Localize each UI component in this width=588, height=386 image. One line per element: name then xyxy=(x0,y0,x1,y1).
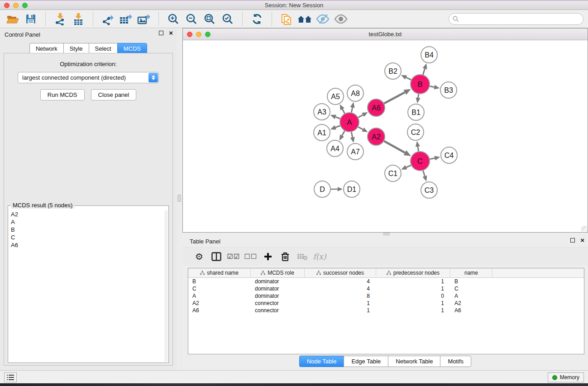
column-header-predecessor-nodes[interactable]: predecessor nodes xyxy=(376,268,450,277)
table-row[interactable]: Bdominator41B xyxy=(188,278,584,285)
delete-table-button[interactable] xyxy=(294,250,311,263)
table-cell[interactable]: 1 xyxy=(376,300,450,307)
export-table-button[interactable] xyxy=(117,11,135,27)
edge-A-A7[interactable] xyxy=(351,132,352,138)
table-cell[interactable]: C xyxy=(188,285,251,292)
table-cell[interactable]: dominator xyxy=(251,285,305,292)
home-layout-button[interactable] xyxy=(296,11,314,27)
edge-C-C4[interactable] xyxy=(430,158,435,159)
table-cell[interactable]: 1 xyxy=(376,307,450,314)
zoom-out-button[interactable] xyxy=(182,11,201,27)
table-cell[interactable]: A2 xyxy=(188,300,251,307)
table-cell[interactable]: 4 xyxy=(305,278,376,285)
task-history-button[interactable] xyxy=(4,372,17,382)
export-image-button[interactable] xyxy=(135,11,153,27)
edge-C-C3[interactable] xyxy=(423,171,425,176)
edge-B-B3[interactable] xyxy=(430,86,435,87)
float-panel-icon[interactable] xyxy=(159,31,163,35)
mcds-result-list[interactable]: A2ABCA6 xyxy=(9,210,165,362)
open-session-button[interactable] xyxy=(4,11,22,27)
table-cell[interactable]: A6 xyxy=(188,307,251,314)
mcds-result-item[interactable]: C xyxy=(9,234,165,241)
edge-A-A1[interactable] xyxy=(335,126,340,128)
edge-A-A6[interactable] xyxy=(358,115,363,118)
zoom-fit-button[interactable] xyxy=(201,11,219,27)
table-cell[interactable]: B xyxy=(188,278,251,285)
mcds-list-scrollbar[interactable] xyxy=(165,210,168,362)
memory-button[interactable]: Memory xyxy=(548,372,584,382)
show-columns-button[interactable]: ☑☑ xyxy=(225,250,242,263)
tab-node-table[interactable]: Node Table xyxy=(299,356,344,367)
mcds-result-item[interactable]: B xyxy=(9,226,165,234)
table-cell[interactable]: 4 xyxy=(305,285,376,292)
table-cell[interactable]: C xyxy=(450,285,492,292)
zoom-selected-button[interactable] xyxy=(219,11,237,27)
column-header-shared-name[interactable]: shared name xyxy=(188,268,251,277)
close-panel-button[interactable]: Close panel xyxy=(91,89,137,100)
table-cell[interactable]: B xyxy=(450,278,492,285)
table-cell[interactable]: 8 xyxy=(305,292,376,300)
table-cell[interactable]: 0 xyxy=(376,292,450,300)
refresh-button[interactable] xyxy=(248,11,266,27)
save-session-button[interactable] xyxy=(22,11,40,27)
column-header-name[interactable]: name xyxy=(450,268,492,277)
hide-columns-button[interactable]: ☐☐ xyxy=(242,250,259,263)
edge-A-A2[interactable] xyxy=(358,127,363,129)
table-settings-button[interactable]: ⚙ xyxy=(191,250,208,263)
table-cell[interactable]: A2 xyxy=(450,300,492,307)
mcds-result-item[interactable]: A6 xyxy=(9,241,165,249)
criterion-select[interactable]: largest connected component (directed) xyxy=(18,72,159,83)
close-panel-icon[interactable]: × xyxy=(580,238,584,243)
tab-motifs[interactable]: Motifs xyxy=(440,356,471,367)
table-cell[interactable]: 1 xyxy=(376,278,450,285)
float-panel-icon[interactable] xyxy=(570,238,575,243)
column-header-successor-nodes[interactable]: successor nodes xyxy=(305,268,376,277)
function-builder-button[interactable]: f(x) xyxy=(311,250,328,263)
split-columns-button[interactable] xyxy=(208,250,225,263)
tab-network-table[interactable]: Network Table xyxy=(388,356,440,367)
table-cell[interactable]: A6 xyxy=(450,307,492,314)
network-canvas[interactable]: AA1A2A3A4A5A6A7A8BB1B2B3B4CC1C2C3C4DD1 xyxy=(183,40,588,232)
edge-B-B1[interactable] xyxy=(418,94,419,98)
search-input[interactable] xyxy=(449,13,583,25)
table-row[interactable]: Adominator80A xyxy=(188,292,584,300)
table-cell[interactable]: 1 xyxy=(305,300,376,307)
import-table-button[interactable] xyxy=(69,11,87,27)
edge-A-A8[interactable] xyxy=(351,108,352,113)
splitter-grabber[interactable] xyxy=(177,195,181,202)
table-cell[interactable]: dominator xyxy=(251,292,305,300)
edge-A2-C[interactable] xyxy=(384,141,405,153)
mcds-result-item[interactable]: A2 xyxy=(9,210,165,218)
show-panels-button[interactable] xyxy=(332,11,350,27)
table-cell[interactable]: 1 xyxy=(305,307,376,314)
table-row[interactable]: A6connector11A6 xyxy=(188,307,584,314)
close-panel-icon[interactable]: × xyxy=(169,31,173,35)
window-resize-grip[interactable] xyxy=(581,226,587,232)
edge-C-C2[interactable] xyxy=(418,147,419,151)
run-mcds-button[interactable]: Run MCDS xyxy=(40,89,85,100)
table-cell[interactable]: A xyxy=(188,292,251,300)
table-cell[interactable]: A xyxy=(450,292,492,300)
edge-B-B4[interactable] xyxy=(423,69,425,75)
import-network-button[interactable] xyxy=(51,11,69,27)
table-cell[interactable]: connector xyxy=(251,307,305,314)
delete-column-button[interactable] xyxy=(277,250,294,263)
edge-A-A5[interactable] xyxy=(342,109,344,113)
edge-B-B2[interactable] xyxy=(406,77,411,80)
add-column-button[interactable] xyxy=(259,250,277,263)
duplicate-network-button[interactable] xyxy=(277,11,296,27)
zoom-in-button[interactable] xyxy=(164,11,182,27)
edge-A-A4[interactable] xyxy=(342,131,345,136)
export-network-button[interactable] xyxy=(99,11,117,27)
edge-C-C1[interactable] xyxy=(406,165,411,167)
table-cell[interactable]: connector xyxy=(251,300,305,307)
column-header-mcds-role[interactable]: MCDS role xyxy=(251,268,305,277)
vertical-splitter[interactable] xyxy=(177,28,182,370)
table-row[interactable]: A2connector11A2 xyxy=(188,300,584,307)
tab-edge-table[interactable]: Edge Table xyxy=(344,356,388,367)
edge-A6-B[interactable] xyxy=(384,92,405,104)
edge-A-A3[interactable] xyxy=(335,117,340,119)
table-cell[interactable]: dominator xyxy=(251,278,305,285)
table-cell[interactable]: 1 xyxy=(376,285,450,292)
mcds-result-item[interactable]: A xyxy=(9,218,165,226)
